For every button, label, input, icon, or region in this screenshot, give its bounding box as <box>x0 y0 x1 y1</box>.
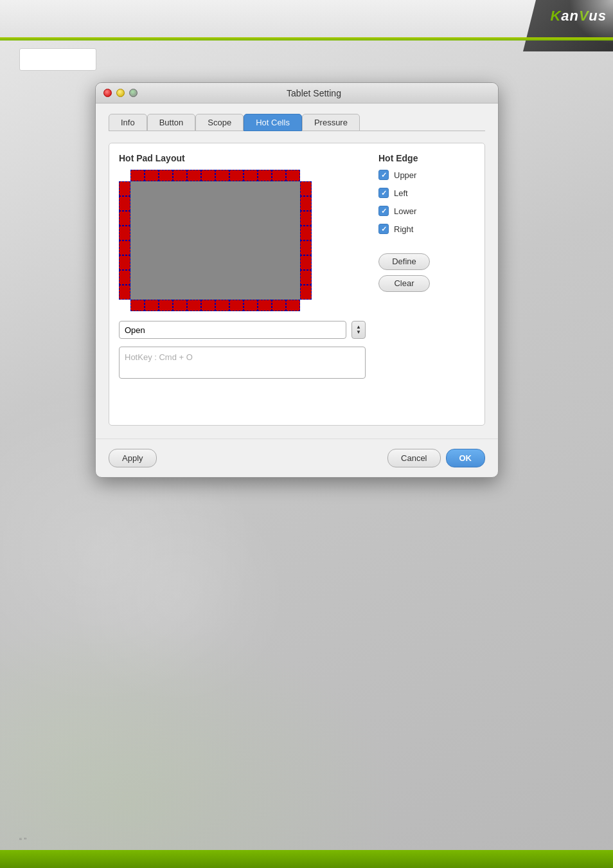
top-cell-7[interactable] <box>215 170 229 181</box>
left-cell-2[interactable] <box>119 196 130 211</box>
right-label: Right <box>394 224 413 234</box>
tabs-row: Info Button Scope Hot Cells Pressure <box>109 113 485 131</box>
top-cell-10[interactable] <box>258 170 272 181</box>
left-cell-8[interactable] <box>119 285 130 300</box>
tab-info[interactable]: Info <box>109 114 147 131</box>
ok-button[interactable]: OK <box>446 449 486 467</box>
tab-pressure[interactable]: Pressure <box>302 114 360 131</box>
stepper-down-icon: ▼ <box>356 330 361 335</box>
dialog-footer: Apply Cancel OK <box>96 439 498 477</box>
top-cell-3[interactable] <box>159 170 173 181</box>
right-cells <box>300 181 312 300</box>
left-cell-3[interactable] <box>119 211 130 226</box>
inner-content: Hot Pad Layout <box>109 143 485 426</box>
hotkey-field[interactable]: HotKey : Cmd + O <box>119 347 366 379</box>
bg-swirl <box>0 482 450 868</box>
hotpad-container <box>119 170 312 311</box>
lower-checkbox[interactable]: ✓ <box>378 206 389 216</box>
bottom-cell-2[interactable] <box>145 300 159 311</box>
tab-button[interactable]: Button <box>147 114 196 131</box>
dialog-window: Tablet Setting Info Button Scope Hot Cel… <box>95 82 499 478</box>
top-cell-8[interactable] <box>229 170 244 181</box>
hotpad-section-label: Hot Pad Layout <box>119 153 366 163</box>
define-button[interactable]: Define <box>378 253 430 270</box>
right-cell-6[interactable] <box>300 255 312 270</box>
bottom-cell-6[interactable] <box>201 300 215 311</box>
bottom-cell-3[interactable] <box>159 300 173 311</box>
green-bar-bottom <box>0 850 613 868</box>
left-column: Hot Pad Layout <box>119 153 366 379</box>
left-cell-7[interactable] <box>119 270 130 285</box>
hotedge-left-row: ✓ Left <box>378 188 475 198</box>
hotkey-placeholder: HotKey : Cmd + O <box>125 352 193 362</box>
top-cell-12[interactable] <box>286 170 300 181</box>
upper-checkbox[interactable]: ✓ <box>378 170 389 180</box>
tab-hotcells[interactable]: Hot Cells <box>244 114 302 131</box>
top-cell-2[interactable] <box>145 170 159 181</box>
top-left-box <box>19 48 96 71</box>
lower-checkmark: ✓ <box>381 207 387 215</box>
top-cell-11[interactable] <box>272 170 286 181</box>
right-cell-7[interactable] <box>300 270 312 285</box>
upper-checkmark: ✓ <box>381 171 387 179</box>
left-cell-4[interactable] <box>119 226 130 240</box>
green-bar-top <box>0 37 613 41</box>
left-cell-1[interactable] <box>119 181 130 196</box>
hotedge-right-row: ✓ Right <box>378 224 475 234</box>
two-column-layout: Hot Pad Layout <box>119 153 475 379</box>
hotedge-lower-row: ✓ Lower <box>378 206 475 216</box>
top-cell-6[interactable] <box>201 170 215 181</box>
tab-scope[interactable]: Scope <box>195 114 244 131</box>
stepper-control[interactable]: ▲ ▼ <box>351 321 366 339</box>
left-checkmark: ✓ <box>381 189 387 197</box>
left-label: Left <box>394 188 408 198</box>
right-cell-3[interactable] <box>300 211 312 226</box>
left-checkbox[interactable]: ✓ <box>378 188 389 198</box>
left-cell-6[interactable] <box>119 255 130 270</box>
bottom-cell-8[interactable] <box>229 300 244 311</box>
right-cell-4[interactable] <box>300 226 312 240</box>
bottom-cells <box>130 300 300 311</box>
action-dropdown-value: Open <box>125 325 145 335</box>
hotedge-upper-row: ✓ Upper <box>378 170 475 180</box>
action-dropdown-row: Open ▲ ▼ <box>119 321 366 339</box>
minimize-button[interactable] <box>116 89 125 97</box>
left-cell-5[interactable] <box>119 240 130 255</box>
bottom-cell-10[interactable] <box>258 300 272 311</box>
hotpad-inner <box>130 181 300 300</box>
bottom-cell-5[interactable] <box>187 300 201 311</box>
right-cell-1[interactable] <box>300 181 312 196</box>
hotedge-section-label: Hot Edge <box>378 153 475 163</box>
right-checkmark: ✓ <box>381 225 387 233</box>
bottom-cell-7[interactable] <box>215 300 229 311</box>
bottom-quote: “ ” <box>19 836 26 845</box>
apply-button[interactable]: Apply <box>109 449 157 467</box>
left-cells <box>119 181 130 300</box>
bottom-cell-9[interactable] <box>244 300 258 311</box>
upper-label: Upper <box>394 170 416 180</box>
right-checkbox[interactable]: ✓ <box>378 224 389 234</box>
cancel-button[interactable]: Cancel <box>387 449 440 467</box>
bottom-cell-4[interactable] <box>173 300 187 311</box>
right-cell-5[interactable] <box>300 240 312 255</box>
right-cell-2[interactable] <box>300 196 312 211</box>
action-dropdown[interactable]: Open <box>119 321 346 339</box>
lower-label: Lower <box>394 206 416 216</box>
bottom-cell-12[interactable] <box>286 300 300 311</box>
top-cell-9[interactable] <box>244 170 258 181</box>
maximize-button[interactable] <box>129 89 138 97</box>
top-cell-5[interactable] <box>187 170 201 181</box>
bottom-cell-11[interactable] <box>272 300 286 311</box>
dialog-title: Tablet Setting <box>138 88 490 98</box>
top-cell-1[interactable] <box>130 170 145 181</box>
clear-button[interactable]: Clear <box>378 275 430 292</box>
top-cells <box>130 170 300 181</box>
right-column: Hot Edge ✓ Upper ✓ Left <box>378 153 475 379</box>
right-cell-8[interactable] <box>300 285 312 300</box>
bottom-cell-1[interactable] <box>130 300 145 311</box>
dialog-titlebar: Tablet Setting <box>96 83 498 104</box>
dialog-content: Info Button Scope Hot Cells Pressure Hot… <box>96 104 498 439</box>
top-cell-4[interactable] <box>173 170 187 181</box>
close-button[interactable] <box>103 89 112 97</box>
top-header <box>0 0 613 41</box>
